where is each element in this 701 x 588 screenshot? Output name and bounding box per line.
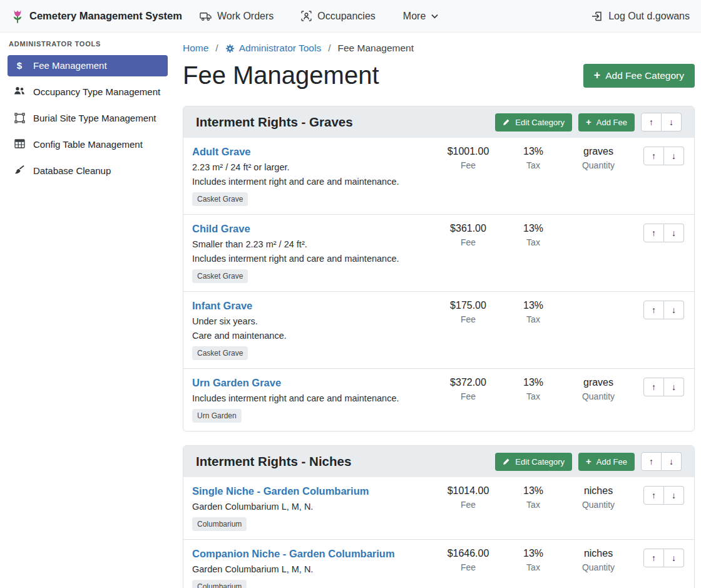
move-fee-up-button[interactable]: ↑ xyxy=(643,378,664,396)
move-fee-down-button[interactable]: ↓ xyxy=(664,301,684,319)
move-fee-up-button[interactable]: ↑ xyxy=(643,549,664,567)
logout-link[interactable]: Log Out d.gowans xyxy=(591,11,690,22)
fee-badge: Columbarium xyxy=(192,517,247,531)
arrow-down-icon: ↓ xyxy=(672,382,676,392)
fee-category-list: Interment Rights - Graves Edit Category … xyxy=(183,106,695,588)
page-title: Fee Management xyxy=(183,61,379,90)
top-navbar: Cemetery Management System Work Orders xyxy=(0,0,701,33)
move-fee-down-button[interactable]: ↓ xyxy=(664,549,684,567)
category-title: Interment Rights - Graves xyxy=(196,115,353,130)
sidebar-item-burial-site-type-management[interactable]: Burial Site Type Management xyxy=(8,108,168,129)
move-category-down-button[interactable]: ↓ xyxy=(662,452,682,471)
fee-name[interactable]: Companion Niche - Garden Columbarium xyxy=(192,548,395,560)
fee-description: Includes interment right and care and ma… xyxy=(192,254,431,264)
move-fee-up-button[interactable]: ↑ xyxy=(643,486,664,505)
fee-tax-label: Tax xyxy=(501,160,566,170)
edit-category-button[interactable]: Edit Category xyxy=(495,453,572,471)
fee-tax-cell: 13% Tax xyxy=(501,548,566,572)
fee-tax: 13% xyxy=(501,223,566,234)
brand-link[interactable]: Cemetery Management System xyxy=(11,8,182,24)
fee-amount-label: Fee xyxy=(436,500,501,510)
nav-more[interactable]: More xyxy=(403,11,438,22)
sidebar-item-label: Burial Site Type Management xyxy=(33,112,156,125)
move-fee-down-button[interactable]: ↓ xyxy=(664,486,684,505)
dollar-icon: $ xyxy=(14,60,25,71)
breadcrumb: Home / Administrator Tools / Fee Ma xyxy=(183,43,695,54)
move-fee-down-button[interactable]: ↓ xyxy=(664,378,684,396)
fee-name[interactable]: Single Niche - Garden Columbarium xyxy=(192,485,369,497)
fee-name[interactable]: Urn Garden Grave xyxy=(192,377,281,389)
plus-icon: + xyxy=(594,70,600,81)
sidebar-item-database-cleanup[interactable]: Database Cleanup xyxy=(8,160,168,182)
category-move-buttons: ↑ ↓ xyxy=(641,452,682,471)
nav-work-orders[interactable]: Work Orders xyxy=(200,11,274,22)
fee-amount-label: Fee xyxy=(436,160,501,170)
fee-name[interactable]: Child Grave xyxy=(192,223,250,235)
move-category-down-button[interactable]: ↓ xyxy=(662,113,682,132)
person-bounding-box-icon xyxy=(301,11,312,21)
fee-tax-label: Tax xyxy=(501,237,566,247)
fee-badge: Casket Grave xyxy=(192,346,248,360)
breadcrumb-admin-tools-link[interactable]: Administrator Tools xyxy=(225,43,322,54)
fee-category-header: Interment Rights - Graves Edit Category … xyxy=(183,106,694,138)
vector-square-icon xyxy=(14,113,25,123)
category-actions: Edit Category + Add Fee ↑ ↓ xyxy=(495,113,682,132)
edit-category-button[interactable]: Edit Category xyxy=(495,113,572,132)
add-fee-label: Add Fee xyxy=(596,457,627,467)
move-category-up-button[interactable]: ↑ xyxy=(641,452,662,471)
fee-quantity-value: niches xyxy=(566,548,631,559)
fee-descriptions: Garden Columbarium L, M, N. xyxy=(192,564,431,574)
fee-amount: $361.00 xyxy=(436,223,501,234)
fee-move-buttons: ↑ ↓ xyxy=(643,378,684,396)
arrow-down-icon: ↓ xyxy=(672,305,676,315)
fee-amount-cell: $1001.00 Fee xyxy=(436,146,501,170)
move-fee-down-button[interactable]: ↓ xyxy=(664,224,684,242)
breadcrumb-separator: / xyxy=(328,43,330,54)
plus-icon: + xyxy=(586,457,591,467)
fee-quantity-cell: graves Quantity xyxy=(566,377,631,401)
add-fee-button[interactable]: + Add Fee xyxy=(578,453,635,471)
fee-badge: Casket Grave xyxy=(192,192,248,206)
fee-badge: Columbarium xyxy=(192,580,247,588)
sidebar-item-fee-management[interactable]: $ Fee Management xyxy=(8,55,168,76)
fee-description: Garden Columbarium L, M, N. xyxy=(192,502,431,512)
fee-list: Single Niche - Garden Columbarium Garden… xyxy=(183,477,694,588)
fee-amount-label: Fee xyxy=(436,237,501,247)
fee-move-buttons: ↑ ↓ xyxy=(643,224,684,242)
move-fee-down-button[interactable]: ↓ xyxy=(664,147,684,165)
fee-quantity-label: Quantity xyxy=(566,160,631,170)
fee-tax-cell: 13% Tax xyxy=(501,377,566,401)
fee-descriptions: 2.23 m² / 24 ft² or larger.Includes inte… xyxy=(192,162,431,187)
breadcrumb-home-label: Home xyxy=(183,43,208,54)
people-icon xyxy=(14,86,25,95)
fee-description: Smaller than 2.23 m² / 24 ft². xyxy=(192,239,431,249)
sidebar-item-config-table-management[interactable]: Config Table Management xyxy=(8,134,168,155)
fee-tax-label: Tax xyxy=(501,391,566,401)
add-fee-button[interactable]: + Add Fee xyxy=(578,113,635,132)
sidebar-item-occupancy-type-management[interactable]: Occupancy Type Management xyxy=(8,81,168,103)
fee-tax: 13% xyxy=(501,377,566,388)
fee-amount-cell: $1014.00 Fee xyxy=(436,485,501,510)
breadcrumb-home-link[interactable]: Home xyxy=(183,43,208,54)
fee-amount: $175.00 xyxy=(436,300,501,311)
fee-row: Urn Garden Grave Includes interment righ… xyxy=(183,368,694,431)
nav-occupancies[interactable]: Occupancies xyxy=(301,11,376,22)
fee-quantity-value: graves xyxy=(566,146,631,157)
move-fee-up-button[interactable]: ↑ xyxy=(643,301,664,319)
fee-name[interactable]: Adult Grave xyxy=(192,146,251,158)
move-category-up-button[interactable]: ↑ xyxy=(641,113,662,132)
fee-move-buttons: ↑ ↓ xyxy=(643,549,684,567)
move-fee-up-button[interactable]: ↑ xyxy=(643,147,664,165)
fee-description: Care and maintenance. xyxy=(192,331,431,341)
fee-quantity-value: graves xyxy=(566,377,631,388)
fee-badge: Urn Garden xyxy=(192,409,242,423)
fee-move-buttons: ↑ ↓ xyxy=(643,147,684,165)
move-fee-up-button[interactable]: ↑ xyxy=(643,224,664,242)
fee-descriptions: Includes interment right and care and ma… xyxy=(192,393,431,403)
add-fee-category-button[interactable]: + Add Fee Category xyxy=(583,64,695,88)
gear-icon xyxy=(225,44,235,53)
fee-amount-cell: $1646.00 Fee xyxy=(436,548,501,572)
plus-icon: + xyxy=(586,118,591,127)
fee-descriptions: Under six years.Care and maintenance. xyxy=(192,316,431,341)
fee-name[interactable]: Infant Grave xyxy=(192,300,252,312)
